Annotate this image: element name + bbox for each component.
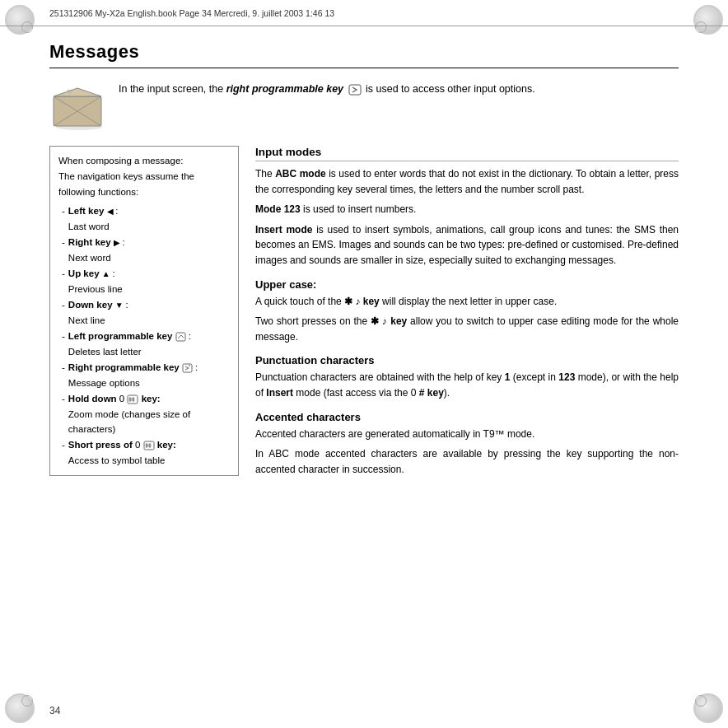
nav-item-short-press: - Short press of 0 key: Access to symb: [62, 437, 230, 469]
nav-item-right-prog-key: - Right programmable key : Message optio…: [62, 360, 230, 391]
nav-dash: -: [62, 437, 65, 453]
left-column: When composing a message:The navigation …: [49, 146, 239, 482]
hold-down-key-text: key:: [142, 394, 161, 404]
accented-para2: In ABC mode accented characters are avai…: [255, 446, 679, 477]
down-key-label: Down key: [68, 300, 113, 310]
left-prog-key-desc: Deletes last letter: [68, 347, 142, 357]
top-bar-text: 251312906 My-X2a English.book Page 34 Me…: [49, 8, 334, 18]
up-key-desc: Previous line: [68, 284, 123, 294]
down-key-colon: :: [125, 300, 128, 310]
input-modes-para3: Insert mode is used to insert symbols, a…: [255, 222, 679, 268]
right-column: Input modes The ABC mode is used to ente…: [255, 146, 679, 482]
left-key-desc: Last word: [68, 222, 110, 231]
svg-line-14: [189, 365, 190, 366]
star-key-bold2: ✱ ♪ key: [371, 315, 407, 327]
left-key-label: Left key: [68, 206, 104, 216]
inner-corner-br: [695, 695, 707, 707]
svg-line-12: [181, 335, 184, 338]
punctuation-para1: Punctuation characters are obtained with…: [255, 370, 679, 400]
nav-dash: -: [62, 297, 65, 313]
page-title: Messages: [49, 41, 679, 63]
nav-dash: -: [62, 266, 65, 282]
nav-dash: -: [62, 329, 65, 344]
svg-rect-10: [176, 333, 185, 341]
hold-down-0: 0: [119, 394, 124, 404]
up-key-colon: :: [112, 268, 114, 278]
nav-item-left-prog-key: - Left programmable key : Deletes last l…: [62, 329, 230, 360]
right-prog-key-icon: [348, 84, 362, 96]
hash-key-bold: # key: [419, 387, 444, 399]
input-modes-para2: Mode 123 is used to insert numbers.: [255, 202, 679, 217]
intro-text: In the input screen, the right programma…: [119, 82, 679, 97]
inner-corner-bl: [21, 695, 33, 707]
right-key-desc: Next word: [68, 253, 111, 263]
short-press-label: Short press of: [68, 440, 133, 450]
svg-marker-2: [54, 88, 101, 96]
short-press-desc: Access to symbol table: [68, 455, 166, 465]
nav-dash: -: [62, 203, 65, 219]
right-prog-key-label: Right programmable key: [68, 362, 180, 372]
left-prog-key-colon: :: [189, 331, 191, 341]
right-prog-key-colon: :: [195, 362, 198, 372]
hold-down-label: Hold down: [68, 394, 117, 404]
mode123-bold: Mode 123: [255, 203, 301, 215]
upper-case-title: Upper case:: [255, 278, 679, 291]
upper-case-para1: A quick touch of the ✱ ♪ key will displa…: [255, 294, 679, 310]
intro-text-after: is used to access other input options.: [366, 83, 535, 95]
up-key-symbol: ▲: [102, 269, 113, 278]
input-modes-title: Input modes: [255, 146, 679, 161]
insert-bold2: Insert: [266, 387, 293, 399]
right-key-label: Right key: [68, 237, 111, 247]
intro-row: In the input screen, the right programma…: [49, 82, 679, 131]
up-key-label: Up key: [68, 268, 100, 278]
nav-dash: -: [62, 360, 65, 376]
two-col-layout: When composing a message:The navigation …: [49, 146, 679, 482]
hold-down-desc: Zoom mode (changes size of characters): [68, 409, 190, 435]
title-divider: [49, 68, 679, 68]
short-press-key-text: key:: [157, 440, 176, 450]
svg-rect-9: [349, 85, 361, 95]
svg-line-11: [178, 335, 181, 338]
accented-para1: Accented characters are generated automa…: [255, 427, 679, 442]
nav-item-up-key: - Up key ▲ : Previous line: [62, 266, 230, 297]
down-key-desc: Next line: [68, 315, 105, 325]
right-prog-key-icon2: [182, 363, 193, 373]
envelope-illustration: [49, 82, 107, 131]
upper-case-para2: Two short presses on the ✱ ♪ key allow y…: [255, 314, 679, 344]
left-key-colon: :: [115, 206, 118, 216]
punctuation-title: Punctuation characters: [255, 354, 679, 366]
svg-rect-15: [128, 395, 138, 404]
nav-dash: -: [62, 391, 65, 407]
right-key-colon: :: [123, 237, 125, 247]
left-key-symbol: ◀: [107, 207, 116, 216]
input-modes-para1: The ABC mode is used to enter words that…: [255, 166, 679, 197]
hash-key-icon2: [143, 441, 155, 450]
left-prog-key-label: Left programmable key: [68, 331, 173, 341]
insert-mode-bold: Insert mode: [255, 224, 312, 236]
down-key-symbol: ▼: [115, 301, 126, 310]
top-bar: 251312906 My-X2a English.book Page 34 Me…: [0, 0, 728, 26]
nav-dash: -: [62, 235, 65, 250]
accented-title: Accented characters: [255, 411, 679, 423]
nav-item-down-key: - Down key ▼ : Next line: [62, 297, 230, 329]
key1-bold: 1: [505, 371, 511, 383]
intro-bold-italic: right programmable key: [226, 83, 343, 95]
page-number: 34: [49, 705, 60, 716]
nav-box-title: When composing a message:The navigation …: [58, 153, 230, 200]
left-prog-key-icon: [175, 332, 186, 342]
right-key-symbol: ▶: [114, 238, 123, 247]
short-press-0: 0: [135, 440, 140, 450]
svg-rect-20: [144, 441, 154, 450]
svg-rect-13: [183, 364, 192, 372]
intro-text-before: In the input screen, the: [119, 83, 226, 95]
right-prog-key-desc: Message options: [68, 378, 140, 388]
star-key-bold1: ✱ ♪ key: [344, 296, 380, 307]
nav-item-left-key: - Left key ◀ : Last word: [62, 203, 230, 235]
main-content: Messages In the input screen, the right …: [49, 26, 679, 695]
nav-box: When composing a message:The navigation …: [49, 146, 239, 476]
abc-mode-bold: ABC mode: [275, 168, 326, 180]
mode123-bold2: 123: [558, 371, 575, 383]
nav-item-hold-down: - Hold down 0 key: Zoom mode (changes: [62, 391, 230, 438]
nav-item-right-key: - Right key ▶ : Next word: [62, 235, 230, 266]
hash-key-icon: [127, 394, 138, 404]
